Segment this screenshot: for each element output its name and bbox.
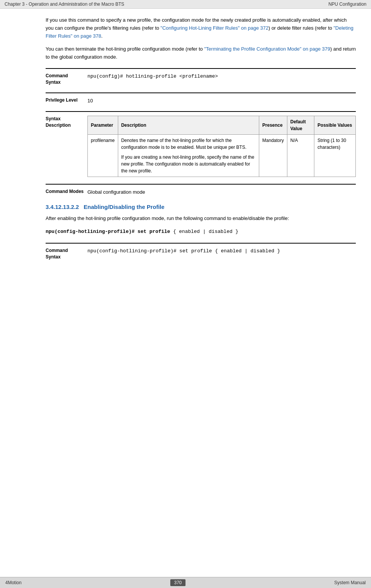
privilege-level-section: Privilege Level 10	[46, 92, 356, 105]
command-syntax-value-1: npu(config)# hotlining-profile <profilen…	[87, 73, 356, 86]
footer-page: 370	[170, 579, 186, 586]
syntax-table: Parameter Description Presence Default V…	[87, 116, 356, 177]
subsection-heading: 3.4.12.13.2.2 Enabling/Disabling the Pro…	[46, 204, 356, 210]
command-syntax-value-2: npu(config-hotlining-profile)# set profi…	[87, 247, 356, 260]
link-1[interactable]: "Configuring Hot-Lining Filter Rules" on…	[160, 25, 268, 31]
main-content: If you use this command to specify a new…	[0, 9, 371, 272]
command-modes-value: Global configuration mode	[87, 188, 356, 196]
header-right: NPU Configuration	[328, 2, 366, 7]
syntax-description-section: Syntax Description Parameter Description…	[46, 111, 356, 177]
cell-description: Denotes the name of the hot-lining profi…	[118, 135, 259, 177]
desc-para-1: Denotes the name of the hot-lining profi…	[121, 137, 256, 151]
syntax-description-label: Syntax Description	[46, 116, 87, 177]
command-modes-label: Command Modes	[46, 188, 87, 196]
table-header-row: Parameter Description Presence Default V…	[88, 116, 356, 135]
privilege-level-value: 10	[87, 97, 356, 105]
subsection-title: Enabling/Disabling the Profile	[84, 204, 165, 210]
table-row: profilename Denotes the name of the hot-…	[88, 135, 356, 177]
intro-paragraph-1: If you use this command to specify a new…	[46, 16, 356, 40]
subsection-para: After enabling the hot-lining profile co…	[46, 215, 356, 223]
header-left: Chapter 3 - Operation and Administration…	[5, 2, 124, 7]
command-modes-section: Command Modes Global configuration mode	[46, 184, 356, 196]
cell-default-value: N/A	[287, 135, 314, 177]
cell-parameter: profilename	[88, 135, 118, 177]
command-syntax-label-1: Command Syntax	[46, 73, 87, 86]
footer-right: System Manual	[334, 580, 366, 585]
col-header-parameter: Parameter	[88, 116, 118, 135]
page-footer: 4Motion 370 System Manual	[0, 577, 371, 588]
syntax-description-content: Parameter Description Presence Default V…	[87, 116, 356, 177]
col-header-possible-values: Possible Values	[314, 116, 356, 135]
page-header: Chapter 3 - Operation and Administration…	[0, 0, 371, 9]
desc-para-2: If you are creating a new hot-lining pro…	[121, 154, 256, 174]
footer-left: 4Motion	[5, 580, 22, 585]
subsection-command-line: npu(config-hotlining-profile)# set profi…	[46, 228, 356, 236]
subsection-cmd-bold: npu(config-hotlining-profile)# set profi…	[46, 229, 170, 234]
cell-possible-values: String (1 to 30 characters)	[314, 135, 356, 177]
col-header-presence: Presence	[259, 116, 287, 135]
privilege-level-label: Privilege Level	[46, 97, 87, 105]
col-header-default-value: Default Value	[287, 116, 314, 135]
link-3[interactable]: "Terminating the Profile Configuration M…	[204, 46, 330, 52]
subsection-cmd-rest: { enabled | disabled }	[170, 229, 238, 234]
cell-presence: Mandatory	[259, 135, 287, 177]
intro-paragraph-2: You can then terminate the hot-lining pr…	[46, 45, 356, 61]
command-syntax-section-2: Command Syntax npu(config-hotlining-prof…	[46, 243, 356, 260]
command-syntax-label-2: Command Syntax	[46, 247, 87, 260]
command-syntax-section-1: Command Syntax npu(config)# hotlining-pr…	[46, 68, 356, 86]
col-header-description: Description	[118, 116, 259, 135]
subsection-number: 3.4.12.13.2.2	[46, 204, 79, 210]
